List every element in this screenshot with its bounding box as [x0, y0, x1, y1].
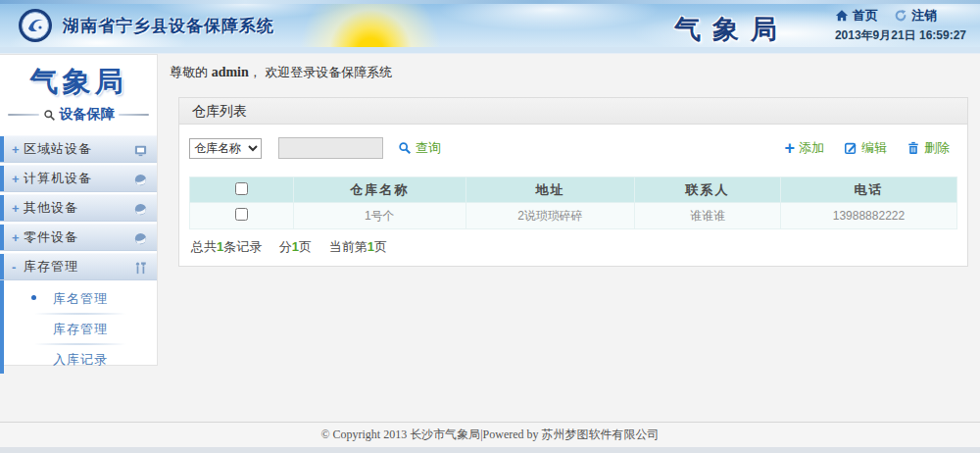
- submenu-item-inventory-management[interactable]: 库存管理: [4, 315, 157, 343]
- brand-area: 湖南省宁乡县设备保障系统: [18, 8, 274, 43]
- search-input[interactable]: [278, 137, 383, 159]
- footer: © Copyright 2013 长沙市气象局|Powered by 苏州梦图软…: [0, 422, 980, 447]
- app-window: 湖南省宁乡县设备保障系统 气象局 首页 注销 20: [0, 0, 980, 453]
- header-sub-strip: [0, 47, 980, 54]
- username: admin: [212, 65, 249, 79]
- delete-button[interactable]: 删除: [906, 139, 950, 157]
- datetime-display: 2013年9月21日 16:59:27: [835, 27, 966, 44]
- row-checkbox[interactable]: [235, 208, 248, 221]
- sidebar-item-other-equipment[interactable]: + 其他设备: [0, 194, 157, 222]
- select-all-checkbox[interactable]: [235, 182, 248, 195]
- search-field-select[interactable]: 仓库名称: [189, 138, 262, 159]
- accent-bar: [0, 254, 4, 279]
- column-header-contact: 联系人: [635, 177, 781, 203]
- column-header-phone: 电话: [780, 177, 956, 203]
- welcome-message: 尊敬的 admin， 欢迎登录设备保障系统: [170, 64, 980, 81]
- main-content: 尊敬的 admin， 欢迎登录设备保障系统 仓库列表 仓库名称 查询: [158, 54, 980, 267]
- monitor-icon: [133, 143, 148, 158]
- query-button[interactable]: 查询: [398, 139, 441, 157]
- pagination-total: 总共1条记录: [191, 239, 262, 254]
- home-link[interactable]: 首页: [835, 7, 878, 25]
- system-title: 湖南省宁乡县设备保障系统: [63, 15, 274, 37]
- table-header-row: 仓库名称 地址 联系人 电话: [190, 177, 957, 203]
- sidebar-brand-subtitle-row: 设备保障: [8, 106, 149, 124]
- accent-bar: [0, 166, 4, 191]
- warehouse-table: 仓库名称 地址 联系人 电话 1号个 2说琐琐碎碎 谁谁谁 13988: [189, 176, 957, 229]
- submenu-item-warehouse-name-management[interactable]: 库名管理: [4, 284, 157, 313]
- top-nav: 首页 注销 2013年9月21日 16:59:27: [835, 7, 966, 44]
- panel-title: 仓库列表: [179, 98, 967, 125]
- tools-icon: [133, 261, 148, 276]
- footer-bottom-strip: [0, 447, 980, 453]
- bureau-logo-icon: [18, 8, 53, 43]
- home-icon: [835, 9, 849, 23]
- device-icon: [133, 231, 148, 246]
- trash-icon: [906, 141, 920, 155]
- sidebar-brand-subtitle: 设备保障: [60, 106, 115, 124]
- sidebar-item-parts-equipment[interactable]: + 零件设备: [0, 224, 157, 251]
- accent-bar: [0, 136, 4, 162]
- pagination-info: 总共1条记录 分1页 当前第1页: [179, 229, 967, 266]
- plus-icon: +: [784, 141, 795, 155]
- cell-warehouse-name: 1号个: [293, 203, 466, 229]
- inventory-submenu: 库名管理 库存管理 入库记录: [0, 280, 157, 374]
- active-bullet-icon: [31, 295, 36, 300]
- sidebar: 气象局 设备保障 + 区域站设备 +: [0, 54, 158, 366]
- cell-address: 2说琐琐碎碎: [466, 203, 634, 229]
- logout-link[interactable]: 注销: [894, 7, 937, 25]
- copyright-text: © Copyright 2013 长沙市气象局|Powered by 苏州梦图软…: [320, 427, 659, 443]
- cell-phone: 13988882222: [780, 203, 956, 229]
- device-icon: [133, 202, 148, 217]
- accent-bar: [0, 225, 4, 250]
- search-icon: [398, 141, 412, 155]
- logout-refresh-icon: [894, 9, 907, 23]
- bureau-name: 气象局: [674, 12, 789, 47]
- column-header-address: 地址: [466, 177, 634, 203]
- edit-icon: [844, 141, 858, 155]
- top-header: 湖南省宁乡县设备保障系统 气象局 首页 注销 20: [0, 0, 980, 47]
- row-checkbox-cell: [190, 203, 294, 229]
- accent-bar: [0, 195, 4, 221]
- sidebar-item-region-station-equipment[interactable]: + 区域站设备: [0, 135, 157, 163]
- divider: [119, 114, 150, 116]
- toolbar-actions: + 添加 编辑: [784, 139, 957, 157]
- sidebar-item-inventory-management[interactable]: - 库存管理: [0, 253, 157, 280]
- table-row[interactable]: 1号个 2说琐琐碎碎 谁谁谁 13988882222: [190, 203, 957, 229]
- pagination-current: 当前第1页: [329, 239, 387, 254]
- toolbar: 仓库名称 查询 + 添加: [179, 125, 967, 171]
- edit-button[interactable]: 编辑: [844, 139, 887, 157]
- device-icon: [133, 173, 148, 187]
- sidebar-brand-title: 气象局: [0, 63, 157, 102]
- warehouse-list-panel: 仓库列表 仓库名称 查询 + 添加: [178, 97, 968, 267]
- column-header-warehouse-name: 仓库名称: [293, 177, 466, 203]
- sidebar-menu: + 区域站设备 + 计算机设备 + 其他设备: [0, 135, 157, 280]
- header-checkbox-cell: [190, 177, 294, 203]
- pagination-pages: 分1页: [279, 239, 312, 254]
- add-button[interactable]: + 添加: [784, 139, 824, 157]
- sidebar-item-computer-equipment[interactable]: + 计算机设备: [0, 165, 157, 192]
- magnifier-icon: [43, 109, 56, 122]
- header-top-strip: [0, 0, 980, 4]
- divider: [8, 114, 39, 116]
- cell-contact: 谁谁谁: [635, 203, 781, 229]
- submenu-item-inbound-records[interactable]: 入库记录: [4, 345, 157, 374]
